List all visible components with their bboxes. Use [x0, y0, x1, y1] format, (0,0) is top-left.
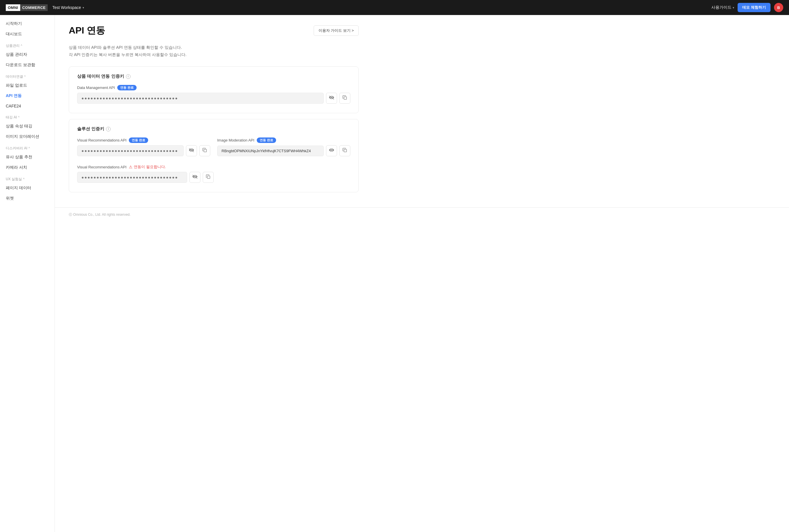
- sidebar-item-page-data[interactable]: 페이지 데이터: [0, 183, 55, 193]
- visual-rec-2-name: Visual Recommendations API: [77, 165, 127, 169]
- visual-rec-1-name: Visual Recommendations API: [77, 138, 127, 142]
- footer-text: ⓒ Omnious Co., Ltd. All rights reserved.: [69, 213, 131, 216]
- product-data-card: 상품 데이터 연동 인증키 i Data Management API 연동 완…: [69, 66, 359, 113]
- sidebar-item-cafe24[interactable]: CAFE24: [0, 101, 55, 111]
- desc-line-1: 상품 데이터 API와 솔루션 API 연동 상태를 확인할 수 있습니다.: [69, 44, 359, 51]
- desc-line-2: 각 API 인증키는 복사 버튼을 누르면 복사하여 사용할수 있습니다.: [69, 51, 359, 58]
- visual-rec-1-eye-button[interactable]: [186, 145, 197, 156]
- sidebar-item-dashboard[interactable]: 대시보드: [0, 29, 55, 39]
- section-label: UX 실험실: [6, 177, 22, 182]
- copy-icon: [343, 148, 347, 154]
- product-card-title: 상품 데이터 연동 인증키 i: [77, 74, 350, 79]
- main-content-area: API 연동 이용자 가이드 보기 > 상품 데이터 API와 솔루션 API …: [55, 15, 789, 532]
- sidebar-section-product-mgmt[interactable]: 상품관리 ^: [0, 39, 55, 50]
- section-label: 디스커버리 AI: [6, 146, 27, 151]
- svg-rect-4: [344, 149, 347, 152]
- page-title: API 연동: [69, 24, 105, 37]
- copy-icon: [203, 148, 207, 154]
- eye-icon: [329, 148, 334, 153]
- image-mod-copy-button[interactable]: [339, 145, 350, 156]
- solution-two-col: Visual Recommendations API 연동 완료: [77, 137, 350, 158]
- eye-icon: [192, 175, 197, 180]
- main-content: API 연동 이용자 가이드 보기 > 상품 데이터 API와 솔루션 API …: [55, 15, 372, 207]
- section-arrow-icon: ^: [24, 75, 26, 78]
- product-api-copy-button[interactable]: [339, 93, 350, 104]
- footer: ⓒ Omnious Co., Ltd. All rights reserved.: [55, 207, 789, 222]
- sidebar-section-discovery-ai[interactable]: 디스커버리 AI ^: [0, 142, 55, 152]
- sidebar-item-product-tagging[interactable]: 상품 속성 태깅: [0, 121, 55, 131]
- sidebar-item-download-storage[interactable]: 다운로드 보관함: [0, 60, 55, 70]
- visual-rec-1-key-input[interactable]: [77, 145, 184, 156]
- visual-rec-1-input-row: [77, 145, 210, 156]
- section-arrow-icon: ^: [21, 44, 22, 48]
- section-arrow-icon: ^: [18, 116, 20, 119]
- product-api-name: Data Management API: [77, 86, 115, 90]
- sidebar-item-file-upload[interactable]: 파일 업로드: [0, 80, 55, 91]
- warning-icon: ⚠: [129, 165, 133, 169]
- visual-rec-2-copy-button[interactable]: [203, 172, 214, 183]
- eye-icon: [329, 96, 334, 101]
- logo[interactable]: OMNI COMMERCE: [6, 4, 47, 11]
- product-api-row: Data Management API 연동 완료: [77, 85, 350, 104]
- guide-chevron-icon: ▾: [733, 6, 734, 9]
- image-mod-key-input[interactable]: [217, 146, 324, 156]
- product-api-key-input[interactable]: [77, 93, 324, 104]
- app-layout: 시작하기 대시보드 상품관리 ^ 상품 관리자 다운로드 보관함 데이터연결 ^…: [0, 15, 789, 532]
- sidebar-section-data-connect[interactable]: 데이터연결 ^: [0, 70, 55, 80]
- image-mod-input-row: [217, 145, 350, 156]
- image-mod-badge: 연동 완료: [257, 137, 276, 143]
- product-api-input-row: [77, 93, 350, 104]
- image-mod-row: Image Moderation API 연동 완료: [217, 137, 350, 156]
- sidebar-item-widget[interactable]: 위젯: [0, 193, 55, 204]
- page-header: API 연동 이용자 가이드 보기 >: [69, 24, 359, 37]
- image-mod-name: Image Moderation API: [217, 138, 254, 142]
- workspace-selector[interactable]: Test Workspace ▾: [52, 5, 84, 10]
- nav-left: OMNI COMMERCE Test Workspace ▾: [6, 4, 84, 11]
- section-label: 상품관리: [6, 43, 20, 48]
- visual-rec-1-row: Visual Recommendations API 연동 완료: [77, 137, 210, 156]
- visual-rec-1-badge: 연동 완료: [129, 137, 148, 143]
- svg-rect-1: [344, 97, 347, 99]
- image-mod-eye-button[interactable]: [326, 145, 337, 156]
- workspace-name: Test Workspace: [52, 5, 81, 10]
- workspace-chevron-icon: ▾: [82, 6, 84, 9]
- guide-label: 사용가이드: [711, 5, 732, 10]
- demo-button[interactable]: 데모 체험하기: [737, 3, 771, 12]
- eye-icon: [189, 148, 194, 153]
- guide-button[interactable]: 사용가이드 ▾: [711, 5, 734, 10]
- user-avatar[interactable]: B: [774, 3, 783, 12]
- page-description: 상품 데이터 API와 솔루션 API 연동 상태를 확인할 수 있습니다. 각…: [69, 44, 359, 58]
- copy-icon: [206, 174, 211, 180]
- sidebar-item-api-connect[interactable]: API 연동: [0, 91, 55, 101]
- svg-rect-3: [204, 149, 207, 152]
- sidebar-item-camera-search[interactable]: 카메라 서치: [0, 162, 55, 173]
- visual-rec-1-copy-button[interactable]: [199, 145, 210, 156]
- visual-rec-2-row: Visual Recommendations API ⚠ 연동이 필요합니다.: [77, 164, 350, 183]
- sidebar: 시작하기 대시보드 상품관리 ^ 상품 관리자 다운로드 보관함 데이터연결 ^…: [0, 15, 55, 532]
- solution-card-info-icon[interactable]: i: [106, 127, 111, 131]
- sidebar-section-tagging-ai[interactable]: 태깅 AI ^: [0, 111, 55, 121]
- top-nav: OMNI COMMERCE Test Workspace ▾ 사용가이드 ▾ 데…: [0, 0, 789, 15]
- visual-rec-2-error-badge: ⚠ 연동이 필요합니다.: [129, 164, 166, 170]
- image-mod-label-row: Image Moderation API 연동 완료: [217, 137, 350, 143]
- product-api-eye-button[interactable]: [326, 93, 337, 104]
- section-label: 데이터연결: [6, 74, 23, 79]
- sidebar-section-ux-lab[interactable]: UX 실험실 ^: [0, 173, 55, 183]
- nav-right: 사용가이드 ▾ 데모 체험하기 B: [711, 3, 783, 12]
- visual-rec-1-label-row: Visual Recommendations API 연동 완료: [77, 137, 210, 143]
- copy-icon: [343, 95, 347, 101]
- sidebar-item-similar-recommend[interactable]: 유사 상품 추천: [0, 152, 55, 162]
- product-api-label-row: Data Management API 연동 완료: [77, 85, 350, 90]
- logo-omni: OMNI: [6, 4, 20, 11]
- product-card-info-icon[interactable]: i: [126, 74, 131, 79]
- user-guide-button[interactable]: 이용자 가이드 보기 >: [314, 25, 359, 36]
- section-arrow-icon: ^: [28, 147, 30, 150]
- solution-card-title: 솔루션 인증키 i: [77, 126, 350, 132]
- sidebar-item-image-moderation[interactable]: 이미지 모더레이션: [0, 131, 55, 142]
- visual-rec-2-key-input[interactable]: [77, 172, 187, 183]
- sidebar-item-start[interactable]: 시작하기: [0, 18, 55, 29]
- svg-rect-6: [207, 176, 210, 178]
- sidebar-item-product-manager[interactable]: 상품 관리자: [0, 50, 55, 60]
- product-api-badge: 연동 완료: [117, 85, 137, 90]
- visual-rec-2-eye-button[interactable]: [190, 172, 200, 183]
